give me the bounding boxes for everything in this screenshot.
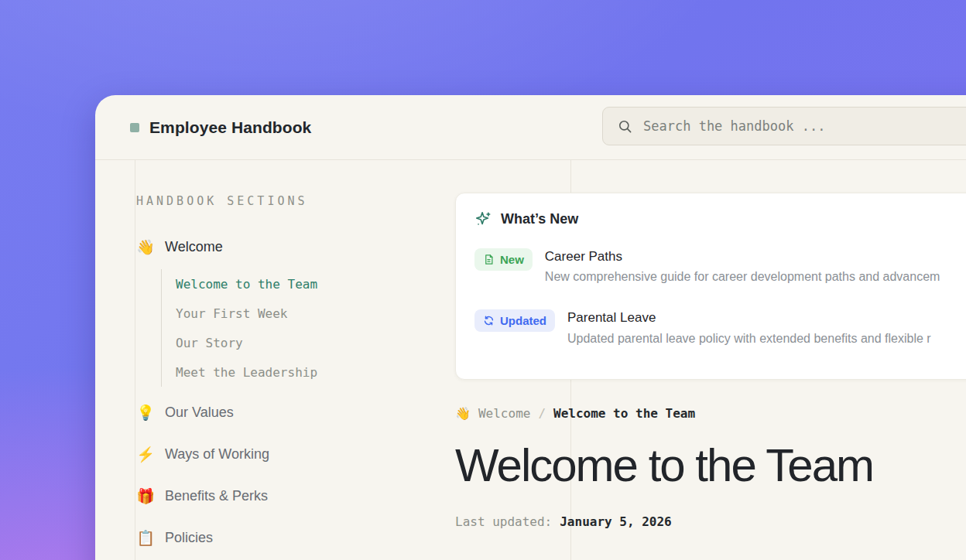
sub-item-our-story[interactable]: Our Story [176,328,429,357]
sidebar-item-benefits-perks[interactable]: 🎁 Benefits & Perks [136,475,429,517]
search-box[interactable] [602,107,966,145]
app-header: Employee Handbook [95,95,966,160]
badge-label: New [500,253,524,266]
sidebar-item-welcome[interactable]: 👋 Welcome [136,226,429,268]
breadcrumb-current-page: Welcome to the Team [553,406,695,421]
entry-title-parental-leave[interactable]: Parental Leave [567,309,931,326]
entry-description: Updated parental leave policy with exten… [567,332,931,346]
sub-item-your-first-week[interactable]: Your First Week [176,299,429,328]
last-updated: Last updated: January 5, 2026 [455,514,966,529]
brand: Employee Handbook [130,95,311,160]
last-updated-label: Last updated: [455,514,552,529]
wave-emoji-icon: 👋 [136,240,155,254]
sidebar-item-label: Welcome [165,239,223,255]
entry-title-career-paths[interactable]: Career Paths [545,248,940,265]
whats-new-entry[interactable]: Updated Parental Leave Updated parental … [474,309,966,345]
entry-body: Parental Leave Updated parental leave po… [567,309,931,345]
sidebar-item-label: Ways of Working [165,446,269,463]
document-icon [483,254,495,265]
sub-item-meet-the-leadership[interactable]: Meet the Leadership [176,357,429,387]
new-badge[interactable]: New [474,248,533,271]
search-input[interactable] [643,118,966,134]
whats-new-entry[interactable]: New Career Paths New comprehensive guide… [474,248,966,284]
sidebar-item-policies[interactable]: 📋 Policies [136,517,429,558]
wave-emoji-icon: 👋 [455,408,471,420]
welcome-sub-list: Welcome to the Team Your First Week Our … [161,269,429,387]
brand-square-icon [130,123,139,132]
updated-badge[interactable]: Updated [474,309,555,332]
sidebar-item-our-values[interactable]: 💡 Our Values [136,391,429,433]
sidebar-section-label: HANDBOOK SECTIONS [136,194,429,209]
main-content: What’s New New Career Paths New comprehe… [455,160,966,529]
sparkle-icon [474,210,492,227]
sidebar: HANDBOOK SECTIONS 👋 Welcome Welcome to t… [135,160,429,558]
sidebar-item-label: Our Values [165,405,234,421]
sidebar-item-label: Policies [165,530,213,546]
entry-description: New comprehensive guide for career devel… [545,270,940,284]
whats-new-header: What’s New [474,210,966,227]
lightbulb-emoji-icon: 💡 [136,405,155,420]
search-icon [618,119,632,134]
sync-icon [483,315,495,326]
gift-emoji-icon: 🎁 [136,489,155,504]
badge-label: Updated [500,314,546,327]
breadcrumb-section[interactable]: Welcome [478,406,530,421]
breadcrumb-separator: / [538,406,546,421]
app-title: Employee Handbook [149,118,311,137]
last-updated-value: January 5, 2026 [560,514,672,529]
sidebar-item-label: Benefits & Perks [165,488,268,504]
whats-new-card: What’s New New Career Paths New comprehe… [455,193,966,380]
page-title: Welcome to the Team [455,442,966,489]
whats-new-title: What’s New [501,211,578,227]
entry-body: Career Paths New comprehensive guide for… [545,248,940,284]
clipboard-emoji-icon: 📋 [136,531,155,545]
breadcrumb: 👋 Welcome / Welcome to the Team [455,406,966,421]
sub-item-welcome-to-the-team[interactable]: Welcome to the Team [176,269,429,299]
lightning-emoji-icon: ⚡ [136,447,155,462]
handbook-nav: 👋 Welcome Welcome to the Team Your First… [136,226,429,558]
app-window: Employee Handbook HANDBOOK SECTIONS 👋 We… [95,95,966,560]
sidebar-item-ways-of-working[interactable]: ⚡ Ways of Working [136,433,429,475]
